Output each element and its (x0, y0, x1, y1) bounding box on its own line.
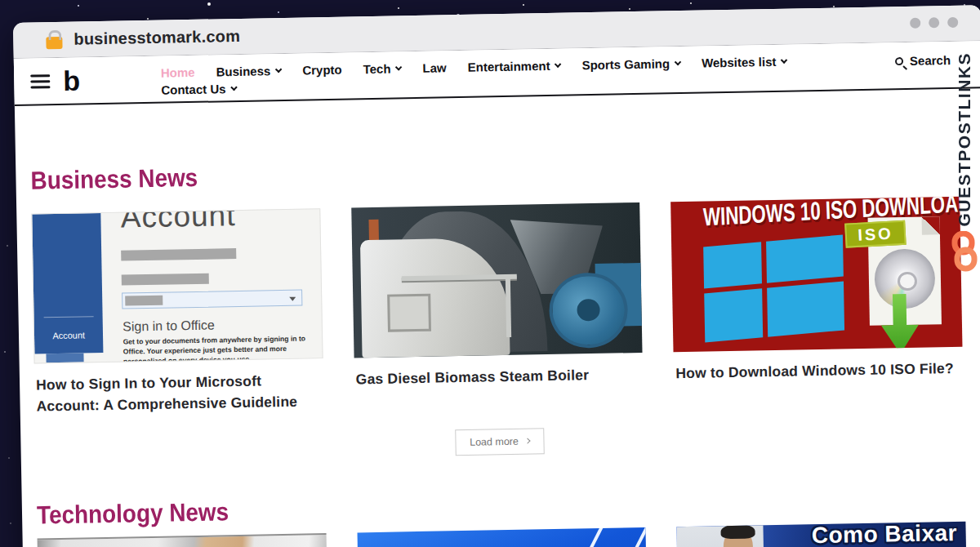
article-card-tech-2[interactable] (357, 527, 648, 547)
chevron-down-icon (230, 83, 237, 90)
address-bar-url[interactable]: businesstomark.com (74, 27, 240, 49)
article-thumbnail-office-signin[interactable]: Account Account Sign in to Office Get to… (31, 208, 323, 363)
article-card-microsoft-signin[interactable]: Account Account Sign in to Office Get to… (31, 208, 323, 417)
chevron-down-icon (555, 60, 561, 67)
chevron-right-icon (525, 438, 531, 443)
magnifier-icon (895, 57, 903, 65)
windows-logo (703, 234, 844, 340)
site-logo[interactable]: b (63, 64, 80, 99)
office-account-title: Account (120, 209, 306, 234)
nav-item-entertainment[interactable]: Entertainment (468, 59, 561, 74)
load-more-container: Load more (35, 420, 964, 463)
article-thumbnail-como-baixar[interactable]: Como Baixar (677, 521, 969, 547)
office-dropdown (122, 290, 302, 309)
placeholder-bar (122, 248, 237, 261)
como-baixar-headline: Como Baixar (812, 521, 958, 547)
article-card-windows-iso[interactable]: WINDOWS 10 ISO DOWNLOAD ISO How to Downl… (670, 197, 963, 406)
article-card-steam-boiler[interactable]: Gas Diesel Biomass Steam Boiler (351, 202, 644, 411)
lock-icon (46, 37, 62, 49)
article-thumbnail-windows-iso[interactable]: WINDOWS 10 ISO DOWNLOAD ISO (670, 197, 962, 352)
business-cards-row: Account Account Sign in to Office Get to… (31, 197, 963, 417)
page-content: Business News Account Account Sign in (16, 149, 980, 547)
chevron-down-icon (395, 64, 402, 70)
nav-item-contact-us[interactable]: Contact Us (161, 82, 236, 97)
starfield-background (0, 0, 2, 2)
article-card-tech-3[interactable]: Como Baixar (677, 521, 969, 547)
chain-link-icon (951, 231, 978, 272)
nav-item-sports-gaming[interactable]: Sports Gaming (581, 56, 680, 72)
article-thumbnail-boiler[interactable] (351, 202, 643, 358)
placeholder-bar (122, 274, 209, 286)
article-title[interactable]: How to Download Windows 10 ISO File? (675, 358, 963, 385)
guestpostlinks-watermark: GUESTPOSTLINKS (951, 52, 978, 272)
nav-item-websites-list[interactable]: Websites list (702, 55, 787, 70)
iso-badge: ISO (844, 220, 906, 248)
chevron-down-icon (275, 65, 282, 72)
article-title[interactable]: Gas Diesel Biomass Steam Boiler (355, 363, 643, 390)
search-button[interactable]: Search (895, 53, 951, 68)
person-face (723, 527, 753, 547)
nav-item-home[interactable]: Home (161, 65, 195, 80)
office-signin-heading: Sign in to Office (122, 316, 309, 334)
chevron-down-icon (675, 58, 681, 64)
browser-window: businesstomark.com b Home Business Crypt… (13, 5, 980, 547)
watermark-text: GUESTPOSTLINKS (955, 52, 974, 227)
window-control-dots[interactable] (910, 17, 958, 29)
chevron-down-icon (781, 56, 787, 63)
business-news-heading: Business News (30, 151, 866, 196)
load-more-button[interactable]: Load more (455, 428, 545, 456)
office-sidebar: Account (32, 213, 104, 354)
office-signin-body: Get to your documents from anywhere by s… (122, 333, 309, 362)
main-menu: Home Business Crypto Tech Law Entertainm… (161, 51, 787, 97)
nav-item-business[interactable]: Business (216, 64, 281, 78)
article-card-tech-1[interactable] (38, 533, 329, 547)
nav-item-tech[interactable]: Tech (363, 61, 401, 76)
article-thumbnail[interactable] (357, 527, 648, 547)
article-thumbnail[interactable] (38, 533, 329, 547)
article-title[interactable]: How to Sign In to Your Microsoft Account… (36, 369, 324, 417)
nav-item-crypto[interactable]: Crypto (302, 63, 342, 78)
nav-item-law[interactable]: Law (422, 60, 446, 75)
hamburger-icon[interactable] (30, 74, 51, 99)
technology-news-heading: Technology News (37, 485, 873, 530)
